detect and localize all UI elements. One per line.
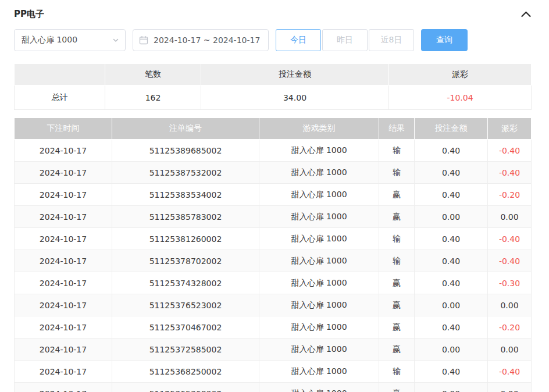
chevron-down-icon <box>112 37 119 44</box>
today-button[interactable]: 今日 <box>276 29 321 51</box>
bet-id-cell: 51125365368002 <box>112 383 259 392</box>
pp-electronic-panel: PP电子 甜入心扉 1000 2024-10-17 ~ 2024-10-17 今… <box>0 0 549 392</box>
result-cell: 赢 <box>379 272 415 294</box>
col-result: 结果 <box>379 118 415 140</box>
last-8-days-button[interactable]: 近8日 <box>369 29 414 51</box>
table-row: 2024-10-1751125372585002甜入心扉 1000赢0.000.… <box>15 338 532 361</box>
game-cell: 甜入心扉 1000 <box>259 162 379 184</box>
payout-cell: 0.00 <box>488 294 532 316</box>
chevron-up-icon <box>521 10 532 18</box>
calendar-icon <box>139 35 148 45</box>
summary-payout-value: -10.04 <box>389 85 532 110</box>
summary-total-label: 总计 <box>15 85 105 110</box>
summary-amount-value: 34.00 <box>201 85 389 110</box>
bet-id-cell: 51125383534002 <box>112 184 259 206</box>
amount-cell: 0.40 <box>415 361 488 383</box>
amount-cell: 0.40 <box>415 140 488 162</box>
col-game-type: 游戏类别 <box>259 118 379 140</box>
summary-header-count: 笔数 <box>105 64 201 85</box>
game-cell: 甜入心扉 1000 <box>259 250 379 272</box>
summary-header-payout: 派彩 <box>389 64 532 85</box>
amount-cell: 0.40 <box>415 250 488 272</box>
result-cell: 输 <box>379 228 415 250</box>
result-cell: 输 <box>379 250 415 272</box>
col-bet-id: 注单编号 <box>112 118 259 140</box>
amount-cell: 0.40 <box>415 184 488 206</box>
bet-date-cell: 2024-10-17 <box>15 184 112 206</box>
payout-cell: -0.20 <box>488 184 532 206</box>
bet-date-cell: 2024-10-17 <box>15 316 112 338</box>
bet-date-cell: 2024-10-17 <box>15 140 112 162</box>
payout-cell: 0.00 <box>488 206 532 228</box>
result-cell: 赢 <box>379 338 415 361</box>
result-cell: 赢 <box>379 316 415 338</box>
result-cell: 输 <box>379 140 415 162</box>
payout-cell: -0.40 <box>488 228 532 250</box>
table-row: 2024-10-1751125378702002甜入心扉 1000输0.40-0… <box>15 250 532 272</box>
bet-id-cell: 51125385783002 <box>112 206 259 228</box>
payout-cell: -0.40 <box>488 162 532 184</box>
summary-header-row: 笔数 投注金额 派彩 <box>15 64 532 85</box>
table-row: 2024-10-1751125385783002甜入心扉 1000赢0.000.… <box>15 206 532 228</box>
amount-cell: 0.40 <box>415 272 488 294</box>
bet-date-cell: 2024-10-17 <box>15 272 112 294</box>
bet-id-cell: 51125372585002 <box>112 338 259 361</box>
payout-cell: -0.40 <box>488 250 532 272</box>
bet-id-cell: 51125368250002 <box>112 361 259 383</box>
bet-date-cell: 2024-10-17 <box>15 250 112 272</box>
summary-table: 笔数 投注金额 派彩 总计 162 34.00 -10.04 <box>14 63 532 110</box>
bet-table: 下注时间 注单编号 游戏类别 结果 投注金额 派彩 2024-10-175112… <box>14 117 532 392</box>
result-cell: 赢 <box>379 383 415 392</box>
search-button[interactable]: 查询 <box>421 29 468 51</box>
summary-total-row: 总计 162 34.00 -10.04 <box>15 85 532 110</box>
quick-range-group: 今日 昨日 近8日 <box>276 29 414 51</box>
bet-id-cell: 51125376523002 <box>112 294 259 316</box>
bet-id-cell: 51125370467002 <box>112 316 259 338</box>
game-cell: 甜入心扉 1000 <box>259 272 379 294</box>
date-range-input[interactable]: 2024-10-17 ~ 2024-10-17 <box>133 29 269 51</box>
game-cell: 甜入心扉 1000 <box>259 294 379 316</box>
table-row: 2024-10-1751125381260002甜入心扉 1000输0.40-0… <box>15 228 532 250</box>
date-range-value: 2024-10-17 ~ 2024-10-17 <box>154 35 260 45</box>
filter-bar: 甜入心扉 1000 2024-10-17 ~ 2024-10-17 今日 昨日 … <box>14 29 532 51</box>
table-row: 2024-10-1751125365368002甜入心扉 1000赢0.000.… <box>15 383 532 392</box>
bet-date-cell: 2024-10-17 <box>15 228 112 250</box>
summary-header-amount: 投注金额 <box>201 64 389 85</box>
col-bet-time: 下注时间 <box>15 118 112 140</box>
payout-cell: -0.40 <box>488 361 532 383</box>
payout-cell: -0.30 <box>488 272 532 294</box>
result-cell: 输 <box>379 361 415 383</box>
table-row: 2024-10-1751125370467002甜入心扉 1000赢0.40-0… <box>15 316 532 338</box>
game-cell: 甜入心扉 1000 <box>259 316 379 338</box>
col-bet-amount: 投注金额 <box>415 118 488 140</box>
bet-id-cell: 51125389685002 <box>112 140 259 162</box>
amount-cell: 0.40 <box>415 316 488 338</box>
payout-cell: -0.20 <box>488 316 532 338</box>
amount-cell: 0.40 <box>415 162 488 184</box>
bet-date-cell: 2024-10-17 <box>15 361 112 383</box>
collapse-button[interactable] <box>521 10 532 18</box>
payout-cell: 0.00 <box>488 338 532 361</box>
amount-cell: 0.00 <box>415 383 488 392</box>
table-row: 2024-10-1751125374328002甜入心扉 1000赢0.40-0… <box>15 272 532 294</box>
table-row: 2024-10-1751125383534002甜入心扉 1000赢0.40-0… <box>15 184 532 206</box>
yesterday-button[interactable]: 昨日 <box>322 29 368 51</box>
result-cell: 赢 <box>379 206 415 228</box>
game-cell: 甜入心扉 1000 <box>259 206 379 228</box>
game-select[interactable]: 甜入心扉 1000 <box>14 29 126 51</box>
table-row: 2024-10-1751125376523002甜入心扉 1000赢0.000.… <box>15 294 532 316</box>
payout-cell: -0.40 <box>488 140 532 162</box>
table-row: 2024-10-1751125368250002甜入心扉 1000输0.40-0… <box>15 361 532 383</box>
table-row: 2024-10-1751125387532002甜入心扉 1000输0.40-0… <box>15 162 532 184</box>
page-title: PP电子 <box>14 9 44 20</box>
game-cell: 甜入心扉 1000 <box>259 383 379 392</box>
bet-id-cell: 51125381260002 <box>112 228 259 250</box>
amount-cell: 0.40 <box>415 228 488 250</box>
result-cell: 输 <box>379 162 415 184</box>
panel-header: PP电子 <box>14 6 532 22</box>
bet-date-cell: 2024-10-17 <box>15 162 112 184</box>
game-cell: 甜入心扉 1000 <box>259 228 379 250</box>
amount-cell: 0.00 <box>415 338 488 361</box>
bet-date-cell: 2024-10-17 <box>15 338 112 361</box>
bet-date-cell: 2024-10-17 <box>15 294 112 316</box>
